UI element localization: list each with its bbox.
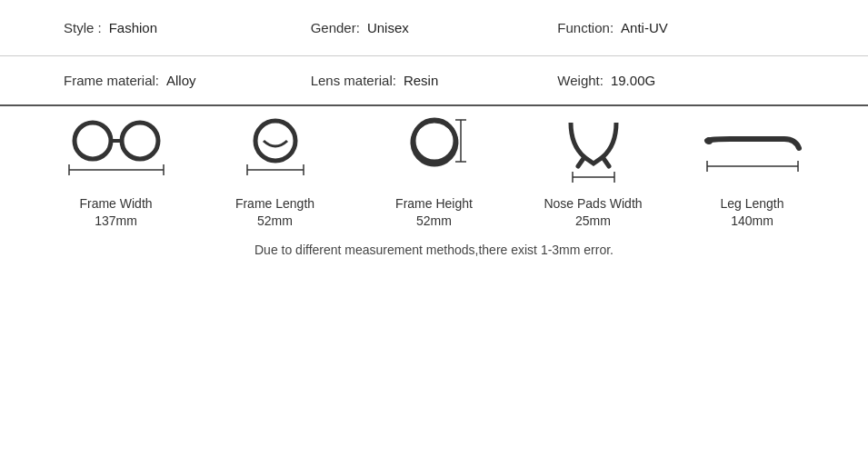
function-value: Anti-UV xyxy=(621,20,668,35)
lens-material-item: Lens material: Resin xyxy=(311,73,558,88)
leg-length-icon xyxy=(703,114,803,188)
attributes-row1: Style : Fashion Gender: Unisex Function:… xyxy=(0,0,868,56)
leg-length-value: 140mm xyxy=(731,213,773,228)
measure-frame-width: Frame Width 137mm xyxy=(36,106,195,228)
svg-point-19 xyxy=(705,137,713,144)
function-label: Function: xyxy=(557,20,614,35)
frame-length-label: Frame Length xyxy=(235,195,314,212)
frame-material-label: Frame material: xyxy=(64,73,159,88)
svg-point-1 xyxy=(122,123,158,159)
frame-height-label: Frame Height xyxy=(395,195,473,212)
function-item: Function: Anti-UV xyxy=(557,20,804,35)
measure-leg-length: Leg Length 140mm xyxy=(673,106,832,228)
measurements-row: Frame Width 137mm Frame Length 52mm xyxy=(0,106,868,228)
frame-width-value: 137mm xyxy=(95,213,137,228)
leg-length-icon-area xyxy=(703,106,803,188)
gender-value: Unisex xyxy=(367,20,409,35)
nose-pads-label: Nose Pads Width xyxy=(544,195,642,212)
weight-value: 19.00G xyxy=(611,73,655,88)
measure-frame-length: Frame Length 52mm xyxy=(195,106,354,228)
frame-height-icon-area xyxy=(394,106,475,188)
frame-width-label: Frame Width xyxy=(79,195,152,212)
measure-nose-pads-width: Nose Pads Width 25mm xyxy=(514,106,673,228)
svg-point-6 xyxy=(255,121,295,161)
style-item: Style : Fashion xyxy=(64,20,311,35)
frame-length-icon xyxy=(234,114,316,188)
note-text: Due to different measurement methods,the… xyxy=(254,243,614,257)
frame-length-value: 52mm xyxy=(257,213,293,228)
note-row: Due to different measurement methods,the… xyxy=(0,228,868,266)
frame-width-icon-area xyxy=(62,106,171,188)
nose-pads-icon-area xyxy=(553,106,634,188)
svg-line-14 xyxy=(578,157,584,166)
main-container: Style : Fashion Gender: Unisex Function:… xyxy=(0,0,868,456)
svg-point-10 xyxy=(414,120,455,162)
measure-frame-height: Frame Height 52mm xyxy=(354,106,514,228)
frame-height-icon xyxy=(394,114,475,188)
frame-material-value: Alloy xyxy=(166,73,196,88)
frame-material-item: Frame material: Alloy xyxy=(64,73,311,88)
style-value: Fashion xyxy=(109,20,157,35)
leg-length-label: Leg Length xyxy=(720,195,783,212)
frame-height-value: 52mm xyxy=(416,213,452,228)
lens-material-label: Lens material: xyxy=(311,73,396,88)
frame-length-icon-area xyxy=(234,106,316,188)
weight-item: Weight: 19.00G xyxy=(557,73,804,88)
style-label: Style : xyxy=(64,20,102,35)
svg-point-0 xyxy=(75,123,111,159)
gender-item: Gender: Unisex xyxy=(311,20,558,35)
svg-line-15 xyxy=(603,157,609,166)
lens-material-value: Resin xyxy=(404,73,438,88)
frame-width-icon xyxy=(62,114,171,188)
gender-label: Gender: xyxy=(311,20,360,35)
weight-label: Weight: xyxy=(557,73,604,88)
attributes-row2: Frame material: Alloy Lens material: Res… xyxy=(0,56,868,106)
nose-pads-icon xyxy=(553,114,634,188)
nose-pads-value: 25mm xyxy=(575,213,611,228)
